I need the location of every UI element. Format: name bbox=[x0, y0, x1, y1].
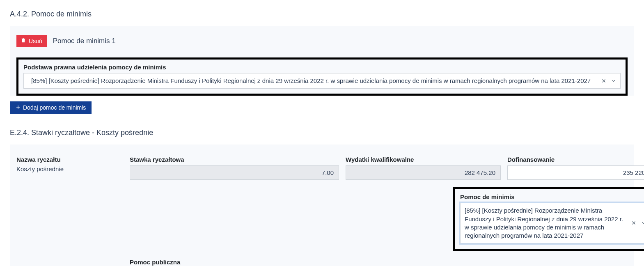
add-de-minimis-button[interactable]: Dodaj pomoc de minimis bbox=[10, 101, 92, 114]
stawka-input bbox=[130, 165, 339, 180]
clear-icon[interactable] bbox=[631, 220, 636, 227]
wydatki-input bbox=[346, 165, 501, 180]
panel-a42: Usuń Pomoc de minimis 1 Podstawa prawna … bbox=[10, 26, 634, 96]
pomoc-de-minimis-select[interactable]: [85%] [Koszty pośrednie] Rozporządzenie … bbox=[460, 203, 644, 243]
legal-basis-select[interactable]: [85%] [Koszty pośrednie] Rozporządzenie … bbox=[23, 73, 621, 89]
stawka-label: Stawka ryczałtowa bbox=[130, 156, 339, 163]
delete-button[interactable]: Usuń bbox=[16, 35, 47, 47]
legal-basis-value: [85%] [Koszty pośrednie] Rozporządzenie … bbox=[31, 77, 597, 85]
trash-icon bbox=[21, 37, 26, 44]
pomoc-publiczna-label: Pomoc publiczna bbox=[130, 259, 494, 266]
section-e24-heading: E.2.4. Stawki ryczałtowe - Koszty pośred… bbox=[10, 128, 634, 137]
nazwa-ryczaltu-value: Koszty pośrednie bbox=[16, 165, 123, 172]
plus-icon bbox=[16, 104, 21, 111]
nazwa-ryczaltu-label: Nazwa ryczałtu bbox=[16, 156, 123, 163]
col-wydatki: Wydatki kwalifikowalne bbox=[346, 156, 501, 180]
dofinansowanie-label: Dofinansowanie bbox=[507, 156, 644, 163]
delete-button-label: Usuń bbox=[29, 38, 42, 44]
col-stawka: Stawka ryczałtowa bbox=[130, 156, 339, 180]
de-minimis-item-title: Pomoc de minimis 1 bbox=[53, 37, 116, 45]
add-button-label: Dodaj pomoc de minimis bbox=[23, 104, 86, 111]
chevron-down-icon[interactable] bbox=[611, 78, 616, 85]
pomoc-de-minimis-highlight-box: Pomoc de minimis [85%] [Koszty pośrednie… bbox=[453, 187, 644, 251]
dofinansowanie-input[interactable] bbox=[507, 165, 644, 180]
section-a42-heading: A.4.2. Pomoc de minimis bbox=[10, 10, 634, 18]
col-dofinansowanie: Dofinansowanie bbox=[507, 156, 644, 180]
clear-icon[interactable] bbox=[601, 78, 606, 85]
col-pomoc-publiczna: Pomoc publiczna wybierz/wyszukaj opcję bbox=[130, 259, 501, 266]
chevron-down-icon[interactable] bbox=[641, 220, 644, 227]
pomoc-de-minimis-value: [85%] [Koszty pośrednie] Rozporządzenie … bbox=[465, 206, 627, 240]
panel-e24: Nazwa ryczałtu Koszty pośrednie Stawka r… bbox=[10, 144, 634, 266]
de-minimis-item-header: Usuń Pomoc de minimis 1 bbox=[16, 35, 628, 47]
col-nazwa-ryczaltu: Nazwa ryczałtu Koszty pośrednie bbox=[16, 156, 123, 172]
legal-basis-highlight-box: Podstawa prawna udzielenia pomocy de min… bbox=[16, 57, 628, 96]
wydatki-label: Wydatki kwalifikowalne bbox=[346, 156, 501, 163]
pomoc-de-minimis-label: Pomoc de minimis bbox=[460, 193, 644, 200]
legal-basis-label: Podstawa prawna udzielenia pomocy de min… bbox=[23, 64, 621, 71]
